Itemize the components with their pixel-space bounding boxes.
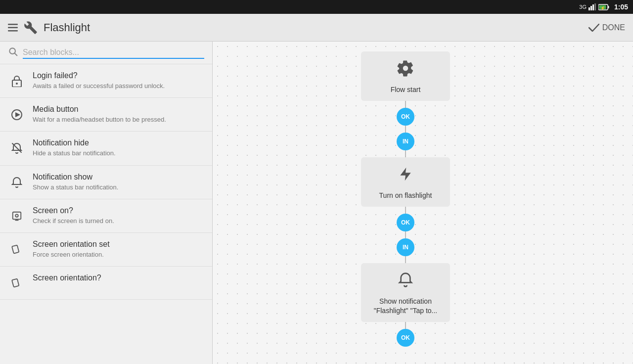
wrench-icon xyxy=(24,21,38,35)
canvas-area[interactable]: Flow start OK IN Turn on flash xyxy=(213,42,633,364)
svg-marker-16 xyxy=(15,112,20,117)
done-label: DONE xyxy=(602,23,625,32)
flow-container: Flow start OK IN Turn on flash xyxy=(361,51,450,347)
list-item[interactable]: Media button Wait for a media/headset bu… xyxy=(0,98,212,132)
main-layout: Login failed? Awaits a failed or success… xyxy=(0,42,633,364)
sidebar: Login failed? Awaits a failed or success… xyxy=(0,42,213,364)
connector-in-1: IN xyxy=(397,133,414,157)
orientation-icon xyxy=(8,274,26,292)
svg-rect-18 xyxy=(13,212,21,220)
flow-node-start[interactable]: Flow start xyxy=(361,51,450,101)
connector-line xyxy=(405,256,406,263)
svg-point-21 xyxy=(15,214,18,217)
item-desc: Hide a status bar notification. xyxy=(33,149,116,158)
svg-rect-2 xyxy=(592,4,594,10)
flash-icon xyxy=(398,165,413,187)
list-item[interactable]: Notification show Show a status bar noti… xyxy=(0,166,212,199)
svg-rect-0 xyxy=(588,7,590,10)
node-label: Show notification"Flashlight" "Tap to... xyxy=(374,297,438,315)
signal-icon: 3G xyxy=(579,4,587,10)
connector-line xyxy=(405,231,406,238)
item-title: Login failed? xyxy=(33,71,165,80)
connector-ok-3: OK xyxy=(397,322,414,347)
connector-line xyxy=(405,150,406,157)
play-icon xyxy=(8,106,26,124)
list-item[interactable]: Notification hide Hide a status bar noti… xyxy=(0,132,212,165)
item-desc: Show a status bar notification. xyxy=(33,183,118,192)
connector-line xyxy=(405,207,406,214)
search-bar xyxy=(0,42,212,64)
svg-text:⚡: ⚡ xyxy=(600,5,605,10)
connector-line xyxy=(405,322,406,329)
list-item[interactable]: Screen orientation? xyxy=(0,267,212,300)
status-time: 1:05 xyxy=(614,3,628,11)
item-desc: Force screen orientation. xyxy=(33,250,110,259)
list-item[interactable]: Screen on? Check if screen is turned on. xyxy=(0,199,212,233)
bell-slash-icon xyxy=(8,139,26,157)
in-badge: IN xyxy=(397,133,414,150)
svg-rect-9 xyxy=(8,27,18,28)
status-bar: 3G ⚡ 1:05 xyxy=(0,0,633,14)
page-title: Flashlight xyxy=(44,21,90,34)
item-desc: Wait for a media/headset button to be pr… xyxy=(33,115,166,124)
lock-icon xyxy=(8,72,26,90)
list-item[interactable]: Screen orientation set Force screen orie… xyxy=(0,233,212,267)
orientation-set-icon xyxy=(8,241,26,259)
svg-rect-23 xyxy=(12,279,19,287)
in-badge: IN xyxy=(397,238,414,256)
node-label: Flow start xyxy=(391,85,421,94)
svg-rect-8 xyxy=(8,24,18,25)
svg-rect-22 xyxy=(12,245,19,254)
connector-line xyxy=(405,126,406,133)
done-button[interactable]: DONE xyxy=(588,23,625,32)
item-title: Screen orientation? xyxy=(33,273,101,282)
bell-icon xyxy=(398,271,413,293)
svg-line-12 xyxy=(15,53,17,56)
checkmark-icon xyxy=(588,24,599,32)
connector-in-2: IN xyxy=(397,238,414,263)
gear-icon xyxy=(397,59,414,81)
item-title: Screen on? xyxy=(33,206,114,215)
bell-icon xyxy=(8,174,26,191)
svg-rect-3 xyxy=(594,3,596,10)
hamburger-icon[interactable] xyxy=(8,24,18,32)
ok-badge: OK xyxy=(397,329,414,347)
svg-rect-10 xyxy=(8,30,18,32)
svg-rect-5 xyxy=(608,6,609,8)
ok-badge: OK xyxy=(397,214,414,231)
list-item[interactable]: Login failed? Awaits a failed or success… xyxy=(0,64,212,98)
status-icons: 3G ⚡ 1:05 xyxy=(579,3,628,11)
search-input[interactable] xyxy=(23,47,204,59)
svg-marker-24 xyxy=(400,168,410,181)
svg-rect-1 xyxy=(590,6,592,10)
sidebar-list: Login failed? Awaits a failed or success… xyxy=(0,64,212,364)
item-desc: Check if screen is turned on. xyxy=(33,217,114,226)
signal-bars-icon xyxy=(588,3,596,10)
search-icon xyxy=(8,46,18,59)
header-left: Flashlight xyxy=(8,21,90,35)
connector-line xyxy=(405,101,406,108)
svg-point-14 xyxy=(16,83,18,85)
flow-node-notification[interactable]: Show notification"Flashlight" "Tap to... xyxy=(361,263,450,321)
flow-node-flashlight[interactable]: Turn on flashlight xyxy=(361,157,450,207)
item-title: Media button xyxy=(33,105,166,114)
item-title: Screen orientation set xyxy=(33,240,110,249)
item-title: Notification show xyxy=(33,173,118,182)
ok-badge: OK xyxy=(397,108,414,126)
node-label: Turn on flashlight xyxy=(379,191,432,200)
item-desc: Awaits a failed or successful password u… xyxy=(33,82,165,91)
item-title: Notification hide xyxy=(33,138,116,147)
battery-icon: ⚡ xyxy=(598,4,609,10)
power-icon xyxy=(8,207,26,225)
connector-ok-1: OK xyxy=(397,101,414,133)
header: Flashlight DONE xyxy=(0,14,633,42)
connector-ok-2: OK xyxy=(397,207,414,238)
